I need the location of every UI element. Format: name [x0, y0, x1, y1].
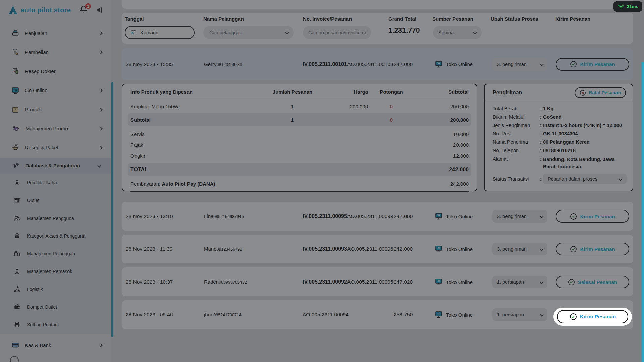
check-circle-icon: [570, 246, 577, 253]
payment-row: Pembayaran: Auto Pilot Pay (DANA) 242.00…: [130, 176, 469, 192]
shipping-card: Pengiriman Batal Pesanan Total Berat:1 K…: [484, 84, 633, 191]
process-status-dropdown[interactable]: 3. pengiriman: [492, 210, 547, 223]
chevron-right-icon: [99, 31, 102, 35]
order-row[interactable]: 28 Nov 2023 - 15:35 Gerry08123456789 IV.…: [122, 48, 633, 80]
chevron-right-icon: [99, 50, 102, 54]
order-row[interactable]: 28 Nov 2023 - 11:39 Mario08123456798 IV.…: [122, 235, 633, 263]
filter-bar: Tanggal Nama Pelanggan No. Invoice/Pesan…: [122, 13, 633, 44]
total-row: TOTAL242.000: [128, 163, 471, 176]
sidebar-item-resep-dokter[interactable]: Resep Dokter: [0, 62, 111, 81]
sidebar: auto pilot store 2 Penjualan Pembelian R…: [0, 0, 111, 362]
sidebar-item-dompet-outlet[interactable]: Dompet Outlet: [0, 298, 111, 316]
toko-online-icon: [434, 245, 443, 253]
storefront-icon: [13, 197, 21, 204]
sidebar-item-logistik[interactable]: Logistik: [0, 280, 111, 298]
monitor-cart-icon: [11, 86, 19, 95]
sidebar-menu: Penjualan Pembelian Resep Dokter Go Onli…: [0, 23, 111, 157]
transaction-status-row: Status Transaksi : Pesanan dalam proses: [493, 174, 627, 184]
sidebar-item-pembelian[interactable]: Pembelian: [0, 43, 111, 62]
kirim-pesanan-button[interactable]: Kirim Pesanan: [556, 210, 629, 223]
sidebar-item-setting-printout[interactable]: Setting Printout: [0, 316, 111, 334]
process-status-dropdown[interactable]: 1. persiapan: [492, 276, 547, 288]
kirim-pesanan-button[interactable]: Kirim Pesanan: [556, 58, 629, 71]
supplier-person-icon: [13, 268, 21, 275]
sidebar-item-go-online[interactable]: Go Online: [0, 81, 111, 100]
wallet-icon: [13, 303, 21, 311]
clipboard-icon: [11, 48, 19, 56]
customer-filter-dropdown[interactable]: Cari pelanggan: [203, 26, 294, 39]
filter-label-grand-total: Grand Total: [388, 16, 416, 22]
sidebar-item-manajemen-pemasok[interactable]: Manajemen Pemasok: [0, 262, 111, 280]
sidebar-item-database-pengaturan[interactable]: Database & Pengaturan: [0, 158, 111, 174]
customer-phone: 08123456789: [217, 62, 242, 67]
transaction-status-dropdown[interactable]: Pesanan dalam proses: [543, 174, 627, 184]
sidebar-item-pemilik-usaha[interactable]: Pemilik Usaha: [0, 174, 111, 191]
shipping-title: Pengiriman: [493, 89, 522, 96]
customer-name: Gerry: [204, 61, 217, 67]
app-screen: auto pilot store 2 Penjualan Pembelian R…: [0, 0, 644, 362]
chevron-down-icon: [540, 62, 543, 66]
discount-tag-icon: %: [11, 125, 20, 133]
calendar-icon: [130, 29, 137, 36]
chevron-down-icon: [619, 177, 622, 181]
process-status-dropdown[interactable]: 3. pengiriman: [492, 58, 547, 71]
order-row[interactable]: 28 Nov 2023 - 13:10 Lina0852156687945 IV…: [122, 202, 633, 231]
notifications-button[interactable]: 2: [79, 5, 91, 16]
highlight-ring: Kirim Pesanan: [553, 308, 632, 326]
selesai-pesanan-button[interactable]: Selesai Pesanan: [556, 276, 629, 288]
page-scrollbar[interactable]: [642, 62, 644, 362]
filter-label-ubah-status: Ubah Status Proses: [491, 16, 538, 22]
chevron-right-icon: [99, 343, 102, 347]
source-filter-dropdown[interactable]: Semua: [433, 26, 482, 39]
date-filter-input[interactable]: [125, 26, 195, 39]
kirim-pesanan-button-highlighted[interactable]: Kirim Pesanan: [557, 310, 628, 323]
shipping-field: Nama Penerima:00 Pelanggan Keren: [493, 138, 627, 146]
people-icon: [13, 215, 21, 222]
scooter-icon: [13, 286, 21, 293]
top-tabs-card: [122, 0, 633, 9]
filter-label-kirim: Kirim Pesanan: [555, 16, 590, 22]
order-row[interactable]: 28 Nov 2023 - 10:37 Raden088998765432 IV…: [122, 267, 633, 296]
shipping-field: No. Resi:GK-11-3084304: [493, 130, 627, 138]
sidebar-item-outlet[interactable]: Outlet: [0, 191, 111, 209]
chevron-down-icon: [540, 280, 543, 284]
date-filter-value[interactable]: [140, 30, 189, 35]
process-status-dropdown[interactable]: 3. pengiriman: [492, 243, 547, 255]
toko-online-icon: [434, 278, 443, 286]
invoice-search-input[interactable]: [303, 26, 371, 39]
shipping-field: Total Berat:1 Kg: [493, 105, 627, 113]
gears-icon: [11, 162, 20, 170]
sidebar-item-kategori-akses[interactable]: Kategori Akses & Pengguna: [0, 227, 111, 245]
sidebar-item-produk[interactable]: Produk: [0, 100, 111, 119]
kirim-pesanan-button[interactable]: Kirim Pesanan: [556, 243, 629, 255]
batal-pesanan-button[interactable]: Batal Pesanan: [575, 87, 626, 98]
chevron-down-icon: [473, 30, 477, 34]
sidebar-item-penjualan[interactable]: Penjualan: [0, 23, 111, 43]
filter-label-sumber: Sumber Pesanan: [432, 16, 473, 22]
order-source: Toko Online: [446, 61, 473, 67]
order-detail-card: Info Produk yang Dipesan Jumlah Pesanan …: [122, 84, 477, 191]
prescription-icon: [11, 67, 19, 75]
collapse-sidebar-button[interactable]: [95, 6, 103, 14]
filter-label-tanggal: Tanggal: [125, 16, 144, 22]
notification-badge: 2: [85, 3, 91, 9]
product-row: Amplifier Mono 150W 1 200.000 0 200.000: [130, 99, 469, 113]
fee-row: Servis10.000: [130, 129, 469, 139]
sidebar-item-kas-bank[interactable]: Kas & Bank: [0, 336, 111, 354]
chevron-down-icon: [97, 164, 101, 167]
sidebar-item-manajemen-pengguna[interactable]: Manajemen Pengguna: [0, 209, 111, 227]
sidebar-item-manajemen-pelanggan[interactable]: Manajemen Pelanggan: [0, 245, 111, 262]
process-status-dropdown[interactable]: 1. persiapan: [492, 308, 547, 321]
check-circle-icon: [570, 213, 577, 220]
chevron-right-icon: [99, 88, 102, 92]
fee-row: Ongkir12.000: [130, 150, 469, 161]
sidebar-item-resep-paket[interactable]: Resep & Paket: [0, 138, 111, 157]
sidebar-item-manajemen-promo[interactable]: % Manajemen Promo: [0, 119, 111, 138]
shipping-field: Dikirim Melalui:GoSend: [493, 113, 627, 121]
sidebar-scrollbar[interactable]: [111, 82, 113, 337]
subtotal-row: Subtotal 1 0 200.000: [128, 113, 471, 126]
chevron-down-icon: [285, 30, 289, 34]
check-circle-icon: [570, 313, 577, 320]
latency-badge: 21ms: [613, 1, 642, 12]
chevron-down-icon: [540, 313, 543, 316]
